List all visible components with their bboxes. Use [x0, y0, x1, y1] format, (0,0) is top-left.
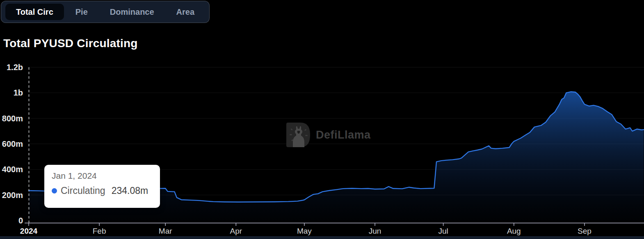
x-axis-label: Apr [230, 227, 242, 235]
series-marker-dot [52, 188, 57, 193]
y-axis-label: 0 [18, 216, 23, 225]
x-axis: 2024FebMarAprMayJunJulAugSep [20, 223, 644, 235]
y-axis-label: 1b [14, 88, 23, 97]
tooltip-series-value: 234.08m [112, 185, 148, 196]
x-axis-label: May [297, 227, 312, 235]
tooltip-date: Jan 1, 2024 [52, 171, 160, 181]
x-axis-label: Sep [578, 227, 591, 235]
chart-panel: Total Circ Pie Dominance Area Total PYUS… [0, 0, 644, 239]
y-axis-label: 800m [2, 114, 23, 123]
tooltip-series-label: Circulating [61, 185, 105, 196]
x-axis-label: 2024 [20, 227, 38, 235]
y-axis-label: 200m [2, 191, 23, 200]
y-axis: 0200m400m600m800m1b1.2b [2, 63, 23, 225]
x-axis-label: Feb [93, 227, 106, 235]
y-axis-label: 1.2b [7, 63, 23, 72]
x-axis-label: Jun [369, 227, 381, 235]
x-axis-label: Mar [159, 227, 172, 235]
y-axis-label: 400m [2, 165, 23, 174]
x-axis-label: Jul [438, 227, 448, 235]
chart-tooltip: Jan 1, 2024 Circulating 234.08m [44, 165, 160, 208]
bottom-strip [0, 236, 644, 239]
x-axis-label: Aug [507, 227, 521, 235]
tooltip-series-row: Circulating 234.08m [52, 185, 160, 196]
y-axis-label: 600m [2, 139, 23, 148]
